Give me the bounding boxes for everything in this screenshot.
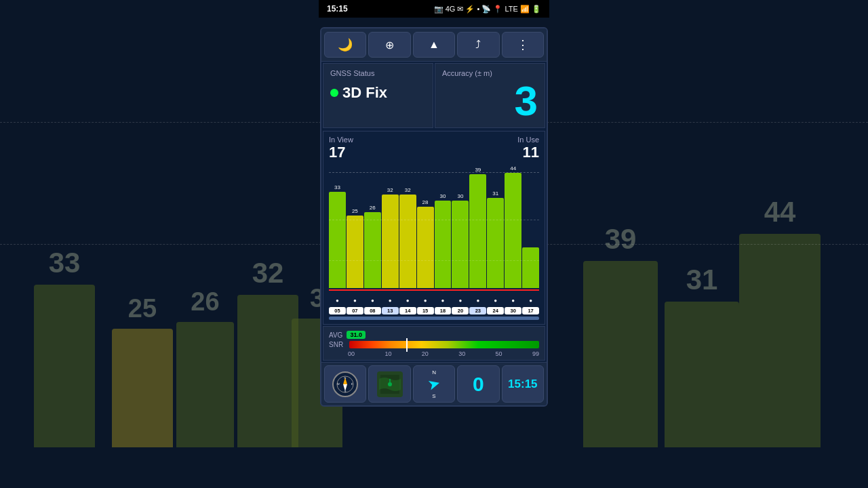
in-use-count: 11 xyxy=(517,144,539,161)
bar-rect-2 xyxy=(364,212,381,288)
bg-bar-rect xyxy=(34,285,95,447)
green-dot-icon xyxy=(330,89,338,97)
snr-scale-0: 00 xyxy=(348,350,355,357)
share-button[interactable]: ⤴ xyxy=(457,32,499,58)
bar-value-10: 44 xyxy=(510,165,516,171)
map-button[interactable] xyxy=(368,365,410,403)
in-use-label: In Use xyxy=(517,136,539,144)
bg-bar-label: 33 xyxy=(49,247,81,279)
bar-rect-0 xyxy=(329,192,346,288)
bg-bar-label: 32 xyxy=(252,257,284,289)
bar-rect-11 xyxy=(522,247,539,288)
bar-chart: 33 25 26 32 32 xyxy=(329,165,539,291)
gnss-status: 3D Fix xyxy=(330,84,426,102)
satellite-header: In View 17 In Use 11 xyxy=(329,136,539,161)
bar-wrap-7: 30 xyxy=(452,165,469,288)
bar-rect-1 xyxy=(347,216,363,288)
accuracy-panel: Accuracy (± m) 3 xyxy=(435,63,545,128)
bar-wrap-10: 44 xyxy=(505,165,521,288)
bar-rect-6 xyxy=(435,201,452,288)
snr-scale-3: 30 xyxy=(458,350,465,357)
svg-text:E: E xyxy=(351,382,353,386)
bar-value-7: 30 xyxy=(457,193,463,199)
bar-rect-7 xyxy=(452,201,469,288)
chart-scrollbar[interactable] xyxy=(329,317,539,320)
bg-bar-label: 44 xyxy=(764,196,796,228)
phone-frame: 🌙 ⊕ ▲ ⤴ ⋮ GNSS Status 3D Fix Accuracy (±… xyxy=(320,27,548,407)
in-view-count: 17 xyxy=(329,144,353,161)
snr-gradient-bar xyxy=(349,341,539,348)
bar-rect-4 xyxy=(399,195,416,288)
snr-scale-4: 50 xyxy=(496,350,502,357)
navigate-button[interactable]: ▲ xyxy=(413,32,455,58)
bg-bar-label: 25 xyxy=(128,294,157,323)
bar-value-9: 31 xyxy=(492,190,498,197)
bar-wrap-3: 32 xyxy=(382,165,399,288)
svg-text:S: S xyxy=(344,390,347,393)
share-icon: ⤴ xyxy=(475,39,481,51)
snr-scale-5: 99 xyxy=(532,350,539,357)
avg-label: AVG xyxy=(329,331,342,339)
sat-dot-0: ● xyxy=(329,293,346,305)
bar-wrap-8: 39 xyxy=(469,165,486,288)
sat-dot-4: ● xyxy=(399,293,416,305)
more-button[interactable]: ⋮ xyxy=(502,32,544,58)
nav-button[interactable]: N ➤ S xyxy=(413,365,455,403)
accuracy-panel-title: Accuracy (± m) xyxy=(442,69,538,77)
sat-id-5: 15 xyxy=(417,307,434,314)
person-button[interactable]: ⊕ xyxy=(368,32,410,58)
bg-bar-label: 26 xyxy=(191,287,219,317)
chart-dashed-line-mid xyxy=(329,220,539,220)
sat-id-0: 05 xyxy=(329,307,346,314)
status-bar: 15:15 📷 4G ✉ ⚡ • 📡 📍 LTE 📶 🔋 xyxy=(319,0,549,18)
chart-dashed-line-bot xyxy=(329,260,539,261)
snr-header-row: AVG 31.0 xyxy=(329,331,539,339)
sat-dot-5: ● xyxy=(417,293,434,305)
bar-value-2: 26 xyxy=(370,205,376,211)
bar-value-1: 25 xyxy=(352,208,358,214)
gnss-panel: GNSS Status 3D Fix xyxy=(323,63,433,128)
sat-dot-8: ● xyxy=(469,293,486,305)
sat-dot-1: ● xyxy=(347,293,363,305)
counter-value: 0 xyxy=(473,373,484,396)
gnss-panel-title: GNSS Status xyxy=(330,69,426,77)
bg-bar-rect xyxy=(112,329,173,447)
snr-scale-row: 00 10 20 30 50 99 xyxy=(348,350,539,357)
bg-bar-rect xyxy=(665,302,739,447)
bar-rect-3 xyxy=(382,195,399,288)
sat-dot-3: ● xyxy=(382,293,399,305)
bg-bar-label: 31 xyxy=(686,264,718,296)
bar-value-6: 30 xyxy=(440,193,446,199)
sat-dot-2: ● xyxy=(364,293,381,305)
chart-scrollbar-thumb xyxy=(329,317,539,320)
bg-bar-rect xyxy=(176,322,234,447)
sat-id-6: 18 xyxy=(435,307,452,314)
svg-text:W: W xyxy=(337,382,340,386)
satellite-section: In View 17 In Use 11 33 25 xyxy=(323,131,545,325)
bg-bar-rect xyxy=(739,234,821,447)
bar-value-5: 28 xyxy=(422,199,429,205)
bar-wrap-2: 26 xyxy=(364,165,381,288)
map-icon xyxy=(377,371,403,397)
snr-section: AVG 31.0 SNR 00 10 20 30 50 99 xyxy=(323,326,545,361)
sat-dot-11: ● xyxy=(522,293,539,305)
moon-button[interactable]: 🌙 xyxy=(324,32,366,58)
sat-dot-9: ● xyxy=(487,293,504,305)
bar-wrap-5: 28 xyxy=(417,165,434,288)
bar-wrap-9: 31 xyxy=(487,165,504,288)
bar-rect-10 xyxy=(505,173,521,288)
time-display: 15:15 xyxy=(508,378,537,391)
sat-id-2: 08 xyxy=(364,307,381,314)
navigate-icon: ▲ xyxy=(429,39,439,51)
snr-marker xyxy=(406,338,408,352)
bar-wrap-4: 32 xyxy=(399,165,416,288)
sat-id-10: 30 xyxy=(505,307,521,314)
bar-wrap-11 xyxy=(522,165,539,288)
compass-button[interactable]: N S W E xyxy=(324,365,366,403)
person-icon: ⊕ xyxy=(385,39,394,52)
counter-button[interactable]: 0 xyxy=(457,365,499,403)
time-button[interactable]: 15:15 xyxy=(502,365,544,403)
sat-ids-row: 05 07 08 13 14 15 18 20 23 24 30 17 xyxy=(329,307,539,314)
moon-icon: 🌙 xyxy=(338,37,353,52)
svg-text:N: N xyxy=(344,376,347,380)
